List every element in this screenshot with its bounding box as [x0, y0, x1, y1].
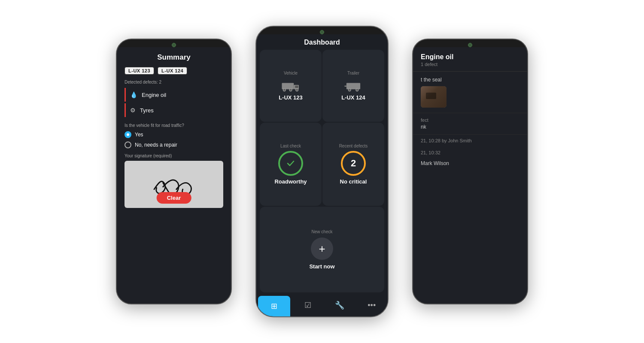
last-check-label: Last check	[280, 144, 301, 148]
svg-point-12	[349, 89, 350, 90]
radio-yes-label: Yes	[135, 132, 143, 138]
radio-yes-circle[interactable]	[125, 131, 131, 138]
svg-point-14	[356, 89, 358, 90]
phone-left: Summary L-UX 123 L-UX 124 Detected defec…	[116, 39, 232, 304]
defects-count-circle: 2	[341, 151, 366, 176]
new-check-value: Start now	[309, 263, 334, 270]
defect-engine-oil: 💧 Engine oil	[125, 88, 223, 102]
svg-point-8	[296, 89, 298, 90]
trailer-card-label: Trailer	[347, 71, 359, 75]
center-phone-notch	[256, 27, 388, 34]
summary-screen: Summary L-UX 123 L-UX 124 Detected defec…	[117, 47, 231, 304]
tyre-icon: ⚙	[130, 107, 136, 114]
center-phone-screen: Dashboard Vehicle	[256, 34, 388, 316]
radio-yes[interactable]: Yes	[125, 131, 223, 138]
plus-icon[interactable]: +	[311, 238, 333, 260]
nav-dashboard[interactable]: ⊞	[258, 296, 290, 316]
recent-defects-value: No critical	[340, 178, 367, 185]
defect-tyres: ⚙ Tyres	[125, 103, 223, 117]
trailer-card-value: L-UX 124	[341, 94, 365, 101]
defect-tyres-label: Tyres	[140, 107, 154, 114]
nav-tools[interactable]: 🔧	[324, 294, 356, 316]
defect-type-row: fect nk	[413, 113, 527, 135]
checks-nav-icon: ☑	[304, 301, 311, 310]
license-plates-row: L-UX 123 L-UX 124	[125, 67, 223, 75]
center-camera	[320, 30, 324, 34]
defect-type-value: nk	[421, 124, 519, 130]
summary-title: Summary	[125, 53, 223, 62]
right-phone-notch	[413, 39, 527, 47]
trailer-card[interactable]: Trailer L-UX 124	[322, 50, 384, 122]
trailer-icon	[344, 78, 363, 92]
svg-point-4	[284, 89, 285, 90]
new-check-card[interactable]: New check + Start now	[260, 207, 384, 292]
license-plate-vehicle: L-UX 123	[125, 67, 154, 75]
recent-defects-card[interactable]: Recent defects 2 No critical	[322, 123, 384, 206]
vehicle-card-label: Vehicle	[284, 71, 298, 75]
right-camera	[468, 43, 472, 47]
last-check-card[interactable]: Last check Roadworthy	[260, 123, 322, 206]
dashboard-grid: Vehicle L-UX 123	[256, 50, 388, 294]
svg-point-6	[290, 89, 292, 90]
dashboard-screen: Dashboard Vehicle	[256, 34, 388, 316]
phone-center: Dashboard Vehicle	[255, 26, 389, 317]
phones-container: Summary L-UX 123 L-UX 124 Detected defec…	[0, 0, 644, 343]
more-nav-icon: •••	[368, 301, 376, 310]
engine-photo-image	[421, 86, 447, 108]
left-camera	[172, 43, 176, 47]
last-check-value: Roadworthy	[274, 178, 307, 185]
engine-photo	[421, 86, 447, 108]
right-phone-screen: Engine oil 1 defect t the seal fect nk 2…	[413, 47, 527, 304]
clear-button[interactable]: Clear	[157, 192, 191, 204]
dashboard-nav-icon: ⊞	[271, 301, 277, 311]
engine-header: Engine oil 1 defect	[413, 47, 527, 72]
dashboard-title: Dashboard	[256, 34, 388, 50]
signature-label: Your signature (required)	[125, 153, 223, 158]
engine-assignee: Mark Wilson	[413, 159, 527, 168]
bottom-nav: ⊞ ☑ 🔧 •••	[256, 294, 388, 316]
svg-rect-2	[295, 85, 298, 88]
engine-subtitle: 1 defect	[421, 62, 519, 67]
checkmark-icon	[285, 158, 296, 169]
left-phone-notch	[117, 39, 231, 47]
road-fit-section: Is the vehicle fit for road traffic? Yes…	[125, 123, 223, 148]
left-phone-screen: Summary L-UX 123 L-UX 124 Detected defec…	[117, 47, 231, 304]
vehicle-card[interactable]: Vehicle L-UX 123	[260, 50, 322, 122]
nav-more[interactable]: •••	[356, 294, 388, 316]
radio-no-circle[interactable]	[125, 141, 131, 148]
license-plate-trailer: L-UX 124	[158, 67, 187, 75]
road-fit-label: Is the vehicle fit for road traffic?	[125, 123, 223, 128]
defect-type-label: fect	[421, 117, 519, 123]
radio-no-label: No, needs a repair	[135, 142, 177, 148]
signature-section: Your signature (required) Clear	[125, 153, 223, 208]
engine-meta2: 21, 10:32	[413, 147, 527, 159]
engine-oil-screen: Engine oil 1 defect t the seal fect nk 2…	[413, 47, 527, 304]
new-check-label: New check	[312, 229, 333, 234]
engine-meta1: 21, 10:28 by John Smith	[413, 135, 527, 147]
roadworthy-icon	[278, 151, 303, 176]
vehicle-card-value: L-UX 123	[279, 94, 303, 101]
svg-rect-9	[346, 83, 360, 90]
radio-no[interactable]: No, needs a repair	[125, 141, 223, 148]
nav-checks[interactable]: ☑	[292, 294, 324, 316]
signature-box[interactable]: Clear	[125, 161, 223, 208]
svg-rect-0	[282, 83, 294, 90]
engine-title: Engine oil	[421, 53, 519, 61]
defect-engine-oil-label: Engine oil	[142, 92, 166, 98]
phone-right: Engine oil 1 defect t the seal fect nk 2…	[412, 39, 528, 304]
vehicle-truck-icon	[281, 78, 300, 92]
oil-icon: 💧	[130, 91, 137, 98]
tools-nav-icon: 🔧	[335, 301, 344, 310]
defects-count-label: Detected defects: 2	[125, 80, 223, 84]
engine-seal-text: t the seal	[421, 77, 519, 83]
recent-defects-label: Recent defects	[339, 144, 368, 148]
engine-seal-section: t the seal	[413, 72, 527, 113]
